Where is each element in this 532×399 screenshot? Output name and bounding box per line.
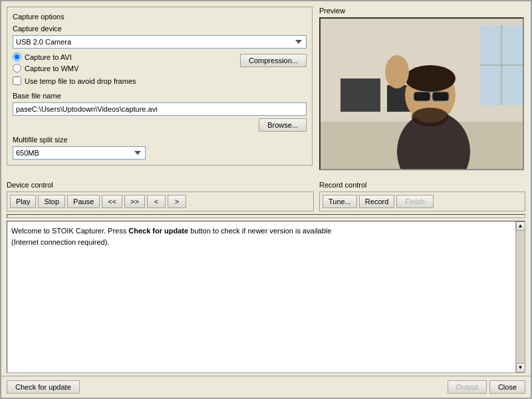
scrollbar[interactable]: ▲ ▼ — [515, 221, 525, 372]
capture-avi-label: Capture to AVI — [25, 53, 72, 61]
output-button: Output — [448, 380, 487, 394]
capture-wmv-radio[interactable] — [13, 64, 21, 72]
device-control-label: Device control — [7, 181, 314, 189]
scroll-down-button[interactable]: ▼ — [516, 363, 525, 372]
main-window: Capture options Capture device USB 2.0 C… — [0, 0, 532, 399]
preview-image — [319, 17, 524, 170]
message-bold: Check for update — [128, 227, 188, 235]
pause-button[interactable]: Pause — [67, 195, 100, 208]
split-size-section: Multifile split size 650MB — [13, 136, 307, 160]
device-control-section: Device control Play Stop Pause << >> < > — [7, 181, 314, 211]
use-temp-checkbox-row: Use temp file to avoid drop frames — [13, 76, 136, 85]
capture-wmv-label: Capture to WMV — [25, 65, 78, 72]
check-update-button[interactable]: Check for update — [7, 380, 80, 394]
rewind-button[interactable]: << — [102, 195, 122, 208]
tune-button[interactable]: Tune... — [323, 195, 357, 208]
next-button[interactable]: > — [168, 195, 186, 208]
finish-button: Finish — [396, 195, 433, 208]
record-control-label: Record control — [319, 181, 525, 189]
svg-point-14 — [412, 108, 449, 126]
left-panel: Capture options Capture device USB 2.0 C… — [7, 7, 313, 170]
capture-options-group: Capture options Capture device USB 2.0 C… — [7, 7, 313, 166]
use-temp-checkbox[interactable] — [13, 76, 21, 85]
browse-button[interactable]: Browse... — [259, 118, 307, 132]
svg-rect-12 — [432, 92, 449, 101]
split-size-label: Multifile split size — [13, 136, 307, 144]
device-control-buttons: Play Stop Pause << >> < > — [7, 192, 314, 211]
svg-point-10 — [405, 65, 456, 92]
message-text2: button to check if newer version is avai… — [188, 227, 331, 235]
play-button[interactable]: Play — [10, 195, 36, 208]
ffwd-button[interactable]: >> — [124, 195, 145, 208]
status-bar — [7, 214, 525, 218]
preview-section: Preview — [319, 7, 525, 170]
preview-svg — [321, 19, 524, 170]
record-button[interactable]: Record — [359, 195, 394, 208]
stop-button[interactable]: Stop — [38, 195, 65, 208]
svg-rect-11 — [414, 92, 430, 101]
capture-options-title: Capture options — [13, 13, 307, 21]
scroll-up-button[interactable]: ▲ — [516, 221, 525, 231]
scroll-track — [516, 231, 525, 363]
bottom-bar: Check for update Output Close — [1, 376, 531, 398]
preview-label: Preview — [319, 7, 525, 15]
svg-point-15 — [385, 55, 409, 88]
message-area: Welcome to STOIK Capturer. Press Check f… — [7, 221, 525, 373]
capture-avi-radio-row: Capture to AVI — [13, 53, 136, 61]
svg-rect-6 — [340, 78, 380, 112]
close-button[interactable]: Close — [489, 380, 525, 394]
message-text3: (Internet connection required). — [11, 238, 109, 246]
use-temp-label: Use temp file to avoid drop frames — [25, 77, 136, 85]
right-panel: Preview — [319, 7, 525, 170]
message-text1: Welcome to STOIK Capturer. Press — [11, 227, 128, 235]
record-control-buttons: Tune... Record Finish — [319, 192, 525, 211]
file-name-section: Base file name paseC:\Users\Uptodown\Vid… — [13, 92, 307, 132]
bottom-right-buttons: Output Close — [448, 380, 525, 394]
device-label: Capture device — [13, 25, 307, 33]
file-name-input[interactable]: paseC:\Users\Uptodown\Videos\capture.avi — [13, 102, 307, 116]
split-size-select[interactable]: 650MB — [13, 146, 146, 160]
capture-wmv-radio-row: Capture to WMV — [13, 64, 136, 72]
compression-button[interactable]: Compression... — [240, 54, 307, 67]
capture-device-select[interactable]: USB 2.0 Camera — [13, 35, 307, 49]
prev-button[interactable]: < — [147, 195, 166, 208]
capture-avi-radio[interactable] — [13, 53, 21, 61]
record-control-section: Record control Tune... Record Finish — [319, 181, 525, 211]
file-name-label: Base file name — [13, 92, 307, 100]
